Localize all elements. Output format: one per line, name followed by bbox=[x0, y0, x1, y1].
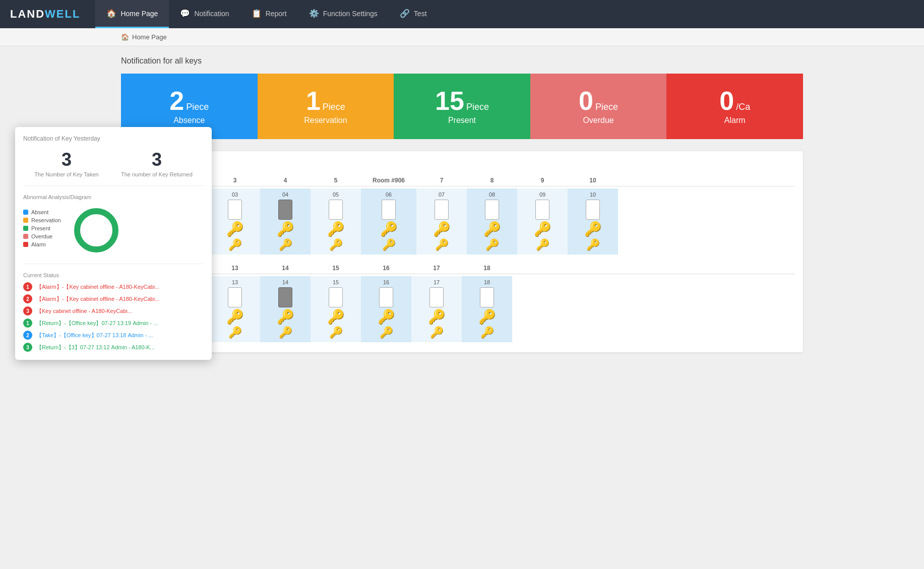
key-tag-13 bbox=[228, 287, 242, 307]
slot-num-10: 10 bbox=[590, 192, 596, 198]
key-icon-16: 🔑 bbox=[378, 308, 395, 325]
key-icon-13: 🔑 bbox=[226, 308, 244, 325]
key-slot-14[interactable]: 14 🔑 🔑 bbox=[260, 276, 311, 342]
donut-chart bbox=[71, 205, 121, 256]
nav-home[interactable]: 🏠 Home Page bbox=[95, 0, 169, 28]
nav-report-label: Report bbox=[266, 10, 287, 18]
legend-alarm: Alarm bbox=[23, 241, 61, 247]
status-badge-2: 3 bbox=[23, 306, 32, 315]
alarm-label: Alarm bbox=[724, 116, 746, 125]
key-slot-16[interactable]: 16 🔑 🔑 bbox=[361, 276, 411, 342]
legend-present: Present bbox=[23, 225, 61, 231]
key-slot-07[interactable]: 07 🔑 🔑 bbox=[416, 188, 467, 255]
slot-num-17: 17 bbox=[434, 279, 440, 285]
panel-stat-returned-num: 3 bbox=[121, 149, 193, 170]
key-tag-08 bbox=[485, 200, 499, 220]
overdue-piece: Piece bbox=[595, 102, 618, 112]
present-piece: Piece bbox=[466, 102, 489, 112]
overdue-label: Overdue bbox=[583, 116, 613, 125]
key-bottom-04: 🔑 bbox=[279, 238, 292, 251]
key-tag-09 bbox=[535, 200, 549, 220]
key-slot-15[interactable]: 15 🔑 🔑 bbox=[311, 276, 361, 342]
slot-num-15: 15 bbox=[333, 279, 339, 285]
key-tag-05 bbox=[329, 200, 343, 220]
legend-present-dot bbox=[23, 226, 28, 231]
status-badge-3: 1 bbox=[23, 319, 32, 328]
key-slot-08[interactable]: 08 🔑 🔑 bbox=[467, 188, 517, 255]
slot-num-14: 14 bbox=[282, 279, 288, 285]
slot-num-03: 03 bbox=[232, 192, 238, 198]
key-icon-15: 🔑 bbox=[327, 308, 345, 325]
legend-reservation-dot bbox=[23, 218, 28, 223]
current-status-title: Current Status bbox=[23, 272, 204, 278]
status-list: 1 【Alarm】-【Key cabinet offline - A180-Ke… bbox=[23, 282, 204, 352]
key-bottom-07: 🔑 bbox=[435, 238, 449, 251]
stat-card-alarm[interactable]: 0 /Ca Alarm bbox=[666, 74, 803, 139]
col-header-13: 13 bbox=[210, 263, 260, 274]
key-slot-10[interactable]: 10 🔑 🔑 bbox=[568, 188, 618, 255]
key-slot-04[interactable]: 04 🔑 🔑 bbox=[260, 188, 311, 255]
key-slot-17[interactable]: 17 🔑 🔑 bbox=[411, 276, 462, 342]
key-slot-18[interactable]: 18 🔑 🔑 bbox=[462, 276, 512, 342]
col-header-3: 3 bbox=[210, 175, 260, 186]
key-slot-09[interactable]: 09 🔑 🔑 bbox=[517, 188, 568, 255]
home-icon: 🏠 bbox=[106, 9, 116, 18]
stat-cards: 2 Piece Absence 1 Piece Reservation 15 P… bbox=[121, 74, 803, 139]
panel-stat-returned-label: The number of Key Returned bbox=[121, 171, 193, 177]
col-header-18: 18 bbox=[462, 263, 512, 274]
key-slot-13[interactable]: 13 🔑 🔑 bbox=[210, 276, 260, 342]
logo: LANDWELL bbox=[10, 8, 80, 21]
absence-label: Absence bbox=[173, 116, 205, 125]
legend-absent: Absent bbox=[23, 209, 61, 215]
status-text-5: 【Return】-【3】07-27 13:12 Admin - A180-K..… bbox=[36, 344, 155, 351]
col-header-17: 17 bbox=[411, 263, 462, 274]
col-header-4: 4 bbox=[260, 175, 311, 186]
key-tag-03 bbox=[228, 200, 242, 220]
status-item-1: 2 【Alarm】-【Key cabinet offline - A180-Ke… bbox=[23, 294, 204, 303]
key-tag-17 bbox=[429, 287, 444, 307]
legend-overdue-dot bbox=[23, 234, 28, 239]
legend-present-label: Present bbox=[31, 225, 50, 231]
present-number: 15 bbox=[435, 88, 464, 114]
key-icon-03: 🔑 bbox=[226, 221, 244, 237]
status-item-3: 1 【Return】-【Office key】07-27 13:19 Admin… bbox=[23, 319, 204, 328]
status-item-2: 3 【Key cabinet offline - A180-KeyCabi... bbox=[23, 306, 204, 315]
key-icon-14: 🔑 bbox=[277, 308, 294, 325]
stat-card-overdue[interactable]: 0 Piece Overdue bbox=[530, 74, 667, 139]
col-header-15: 15 bbox=[311, 263, 361, 274]
legend-absent-dot bbox=[23, 210, 28, 215]
donut-area: Absent Reservation Present Overdue Alarm bbox=[23, 205, 204, 264]
absence-piece: Piece bbox=[186, 102, 209, 112]
col-header-8: 8 bbox=[467, 175, 517, 186]
legend-overdue: Overdue bbox=[23, 233, 61, 239]
nav-notification[interactable]: 💬 Notification bbox=[169, 0, 240, 28]
key-icon-10: 🔑 bbox=[584, 221, 602, 237]
status-badge-1: 2 bbox=[23, 294, 32, 303]
nav-function-settings[interactable]: ⚙️ Function Settings bbox=[298, 0, 389, 28]
diagram-title: Abnormal Analysis/Diagram bbox=[23, 194, 204, 200]
key-slot-03[interactable]: 03 🔑 🔑 bbox=[210, 188, 260, 255]
overlay-panel: Notification of Key Yesterday 3 The Numb… bbox=[15, 127, 212, 360]
report-icon: 📋 bbox=[252, 9, 262, 18]
key-bottom-17: 🔑 bbox=[430, 326, 444, 339]
key-tag-10 bbox=[586, 200, 600, 220]
legend-reservation-label: Reservation bbox=[31, 217, 61, 223]
absence-number: 2 bbox=[169, 88, 184, 114]
key-slot-06[interactable]: 06 🔑 🔑 bbox=[361, 188, 416, 255]
nav-bar: LANDWELL 🏠 Home Page 💬 Notification 📋 Re… bbox=[0, 0, 924, 28]
key-bottom-09: 🔑 bbox=[536, 238, 549, 251]
stat-card-present[interactable]: 15 Piece Present bbox=[394, 74, 530, 139]
stat-card-reservation[interactable]: 1 Piece Reservation bbox=[258, 74, 394, 139]
key-tag-07 bbox=[435, 200, 449, 220]
nav-report[interactable]: 📋 Report bbox=[240, 0, 298, 28]
status-item-5: 3 【Return】-【3】07-27 13:12 Admin - A180-K… bbox=[23, 343, 204, 352]
key-icon-05: 🔑 bbox=[327, 221, 345, 237]
key-tag-06 bbox=[382, 200, 396, 220]
key-slot-05[interactable]: 05 🔑 🔑 bbox=[311, 188, 361, 255]
key-bottom-18: 🔑 bbox=[480, 326, 494, 339]
key-bottom-14: 🔑 bbox=[279, 326, 292, 339]
nav-test[interactable]: 🔗 Test bbox=[389, 0, 438, 28]
slot-num-06: 06 bbox=[386, 192, 392, 198]
legend-alarm-dot bbox=[23, 242, 28, 247]
key-bottom-16: 🔑 bbox=[380, 326, 393, 339]
